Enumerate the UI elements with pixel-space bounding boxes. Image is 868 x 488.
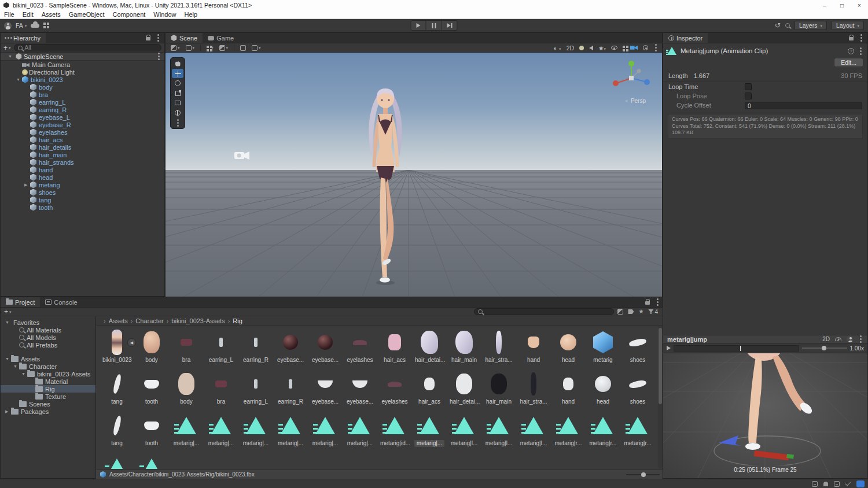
asset-item[interactable]: body bbox=[134, 328, 169, 370]
grid-scrollbar[interactable] bbox=[658, 327, 663, 468]
scene-root-row[interactable]: ▼ SampleScene bbox=[1, 53, 164, 61]
cache-server-icon[interactable] bbox=[834, 481, 840, 487]
move-snap-toggle[interactable] bbox=[238, 45, 248, 51]
asset-item[interactable]: tang bbox=[100, 412, 134, 453]
kebab-menu-icon[interactable] bbox=[657, 301, 659, 303]
asset-item[interactable]: metarig|l... bbox=[481, 412, 516, 453]
breadcrumb-item[interactable]: › Rig bbox=[225, 317, 242, 324]
hierarchy-item[interactable]: ▶ metarig bbox=[1, 181, 164, 188]
loop-pose-checkbox[interactable] bbox=[745, 93, 752, 99]
tool-settings-dropdown[interactable]: ▾ bbox=[169, 45, 182, 51]
playhead[interactable] bbox=[740, 346, 741, 351]
asset-item[interactable]: metarig|r... bbox=[551, 412, 586, 453]
maximize-button[interactable]: □ bbox=[833, 0, 851, 10]
asset-item[interactable]: hand bbox=[551, 370, 586, 412]
folder-item[interactable]: Rig bbox=[1, 385, 95, 393]
folder-item[interactable]: All Prefabs bbox=[1, 341, 95, 349]
asset-item[interactable]: metarig|r... bbox=[586, 412, 620, 453]
asset-item[interactable]: tooth bbox=[134, 412, 169, 453]
hidden-packages-filter[interactable]: 4 bbox=[648, 309, 658, 315]
asset-item[interactable]: eyebase... bbox=[308, 370, 343, 412]
folder-item[interactable]: ▶ Packages bbox=[1, 408, 95, 415]
asset-item[interactable]: earring_R bbox=[273, 370, 308, 412]
asset-item[interactable]: hand bbox=[516, 328, 551, 370]
create-asset-button[interactable]: +▾ bbox=[4, 308, 12, 316]
scene-audio-toggle[interactable] bbox=[589, 46, 593, 50]
layout-dropdown[interactable]: Layout▾ bbox=[832, 21, 864, 30]
asset-item[interactable]: metarig|... bbox=[169, 412, 204, 453]
preview-header[interactable]: metarig|jump 2D bbox=[663, 335, 867, 343]
kebab-menu-icon[interactable] bbox=[655, 47, 657, 49]
gizmos-dropdown[interactable] bbox=[643, 45, 648, 50]
expand-arrow[interactable]: ▶ bbox=[5, 409, 11, 414]
asset-item[interactable]: shoes bbox=[620, 370, 655, 412]
asset-item[interactable]: metarig|... bbox=[273, 412, 308, 453]
asset-item[interactable] bbox=[134, 453, 169, 469]
search-by-type-icon[interactable] bbox=[617, 309, 623, 315]
asset-item[interactable] bbox=[100, 453, 134, 469]
folder-item[interactable]: ▼ Favorites bbox=[1, 319, 95, 326]
folder-item[interactable]: All Models bbox=[1, 334, 95, 341]
asset-item[interactable]: hair_stra... bbox=[481, 328, 516, 370]
lock-icon[interactable] bbox=[146, 37, 150, 40]
menu-item[interactable]: Component bbox=[108, 11, 149, 18]
expand-arrow[interactable]: ▼ bbox=[5, 357, 11, 361]
undo-history-icon[interactable]: ↺ bbox=[775, 22, 781, 29]
expand-arrow[interactable]: ▼ bbox=[21, 372, 27, 376]
hierarchy-item[interactable]: hand bbox=[1, 166, 164, 173]
slider-thumb[interactable] bbox=[822, 346, 826, 350]
step-button[interactable] bbox=[442, 20, 458, 31]
menu-item[interactable]: Assets bbox=[38, 11, 65, 18]
scale-tool[interactable] bbox=[172, 88, 183, 98]
expand-arrow[interactable]: ▼ bbox=[8, 54, 14, 58]
asset-item[interactable]: eyebase... bbox=[343, 370, 377, 412]
hierarchy-item[interactable]: hair_acs bbox=[1, 136, 164, 143]
menu-item[interactable]: Help bbox=[180, 11, 201, 18]
asset-item[interactable]: metarig bbox=[586, 328, 620, 370]
asset-item[interactable]: hair_acs bbox=[412, 370, 447, 412]
tab-hierarchy[interactable]: Hierarchy bbox=[1, 33, 46, 43]
hierarchy-item[interactable]: body bbox=[1, 83, 164, 91]
asset-item[interactable]: head bbox=[586, 370, 620, 412]
scene-lighting-toggle[interactable] bbox=[579, 46, 584, 50]
activity-badge[interactable] bbox=[856, 480, 865, 487]
asset-item[interactable]: metarig|... bbox=[238, 412, 273, 453]
camera-gizmo-icon[interactable] bbox=[234, 150, 251, 161]
scene-visibility-toggle[interactable] bbox=[611, 46, 617, 50]
preview-timeline[interactable] bbox=[674, 345, 799, 352]
layers-dropdown[interactable]: Layers▾ bbox=[795, 21, 827, 30]
animation-preview-viewport[interactable]: 0:25 (051.1%) Frame 25 bbox=[663, 353, 867, 478]
lock-icon[interactable] bbox=[645, 301, 650, 305]
transform-tool[interactable] bbox=[172, 108, 183, 117]
asset-item[interactable]: earring_L bbox=[238, 370, 273, 412]
thumbnail-zoom-slider[interactable] bbox=[626, 474, 660, 475]
component-grid-icon[interactable] bbox=[623, 46, 625, 48]
folder-item[interactable]: Scenes bbox=[1, 400, 95, 408]
breadcrumb-item[interactable]: › Character bbox=[128, 317, 164, 324]
asset-grid[interactable]: ◀ bikini_0023 body bbox=[96, 326, 658, 469]
create-object-button[interactable]: +▾ bbox=[3, 44, 11, 52]
perspective-label[interactable]: ◄Persp bbox=[624, 98, 646, 104]
view-tab[interactable]: Scene bbox=[165, 33, 203, 43]
loop-time-checkbox[interactable] bbox=[745, 83, 752, 90]
asset-item[interactable]: shoes bbox=[620, 328, 655, 370]
tab-inspector[interactable]: Inspector bbox=[663, 33, 708, 43]
hierarchy-item[interactable]: hair_main bbox=[1, 151, 164, 158]
hierarchy-item[interactable]: head bbox=[1, 173, 164, 181]
asset-item[interactable]: body bbox=[169, 370, 204, 412]
kebab-menu-icon[interactable] bbox=[158, 56, 160, 57]
asset-item[interactable]: bra bbox=[169, 328, 204, 370]
expand-arrow[interactable]: ▼ bbox=[13, 364, 19, 368]
asset-item[interactable]: metarig|... bbox=[308, 412, 343, 453]
account-dropdown[interactable]: FA▾ bbox=[16, 22, 27, 29]
services-icon[interactable] bbox=[43, 23, 46, 25]
hierarchy-item[interactable]: hair_strands bbox=[1, 158, 164, 166]
folder-item[interactable]: All Materials bbox=[1, 326, 95, 334]
grid-snap-dropdown[interactable]: ▾ bbox=[218, 45, 230, 51]
hierarchy-item[interactable]: tooth bbox=[1, 204, 164, 211]
increment-snap-dropdown[interactable]: ▾ bbox=[250, 45, 263, 51]
hierarchy-item[interactable]: Directional Light bbox=[1, 68, 164, 76]
asset-item[interactable]: head bbox=[551, 328, 586, 370]
hierarchy-item[interactable]: ▼ bikini_0023 bbox=[1, 76, 164, 83]
project-search-input[interactable] bbox=[474, 308, 614, 315]
